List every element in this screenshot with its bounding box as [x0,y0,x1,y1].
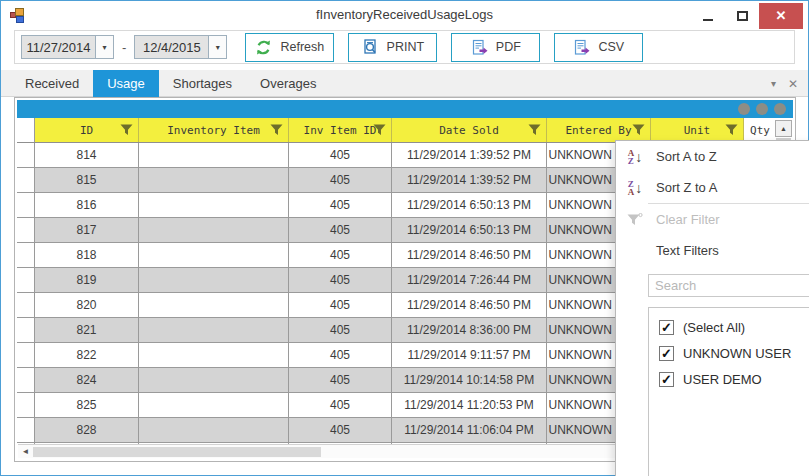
caption-bar-button[interactable] [756,103,768,115]
window-title: fInventoryReceivedUsageLogs [1,7,808,22]
row-header-cell[interactable] [17,293,35,317]
filter-funnel-icon[interactable] [270,124,283,136]
csv-export-button[interactable]: CSV [554,33,643,62]
filter-funnel-icon[interactable] [528,124,541,136]
filter-search-input[interactable] [648,274,809,297]
column-header-id[interactable]: ID [35,118,139,142]
filter-value-label: (Select All) [683,320,745,335]
row-header-cell[interactable] [17,393,35,417]
tab-usage[interactable]: Usage [93,70,159,97]
column-header-qty[interactable]: Qty [744,118,776,142]
scroll-up-button[interactable]: ▲ [775,120,792,137]
cell-date-sold: 11/29/2014 8:46:50 PM [392,293,547,317]
title-bar: fInventoryReceivedUsageLogs ✕ [1,1,808,30]
cell-inventory-item [139,343,289,367]
cell-id: 822 [35,343,139,367]
filter-funnel-icon[interactable] [120,124,133,136]
filter-funnel-icon[interactable] [632,124,645,136]
minimize-icon [703,19,713,21]
horizontal-scrollbar-thumb[interactable] [33,447,321,457]
date-from-dropdown-button[interactable]: ▾ [95,35,114,59]
date-range-separator: - [122,40,126,55]
filter-funnel-icon[interactable] [373,124,386,136]
menu-item-clear-filter[interactable]: Clear Filter [616,204,809,235]
column-header-entered-by[interactable]: Entered By [547,118,651,142]
cell-date-sold: 11/29/2014 11:06:04 PM [392,418,547,442]
menu-item-text-filters[interactable]: Text Filters [616,235,809,266]
cell-inventory-item [139,393,289,417]
row-header-cell[interactable] [17,418,35,442]
sort-za-icon: Z A ↓ [622,180,648,196]
cell-inv-item-id: 405 [289,243,392,267]
cell-date-sold: 11/29/2014 8:36:00 PM [392,318,547,342]
column-header-date-sold[interactable]: Date Sold [392,118,547,142]
close-icon: ✕ [776,8,787,23]
row-header-cell[interactable] [17,193,35,217]
filter-value-label: UNKNOWN USER [683,346,791,361]
filter-dropdown-menu: A Z ↓ Sort A to Z Z A ↓ Sort Z to A [615,140,809,476]
cell-inventory-item [139,368,289,392]
column-header-inventory-item[interactable]: Inventory Item [139,118,289,142]
app-window: fInventoryReceivedUsageLogs ✕ 11/27/2014… [0,0,809,476]
filter-values-listbox: ✓ (Select All) ✓ UNKNOWN USER ✓ USER DEM… [648,307,809,476]
cell-date-sold: 11/29/2014 1:39:52 PM [392,143,547,167]
cell-date-sold: 11/29/2014 11:20:53 PM [392,393,547,417]
filter-funnel-icon[interactable] [725,124,738,136]
cell-date-sold: 11/29/2014 8:46:50 PM [392,243,547,267]
date-to-dropdown-button[interactable]: ▾ [208,35,227,59]
tab-shortages[interactable]: Shortages [159,70,246,97]
column-header-inv-item-id[interactable]: Inv Item ID [289,118,392,142]
checkbox[interactable]: ✓ [659,346,674,361]
refresh-button-label: Refresh [280,40,324,54]
export-pdf-icon [471,39,488,56]
row-header-cell[interactable] [17,143,35,167]
menu-item-sort-z-to-a[interactable]: Z A ↓ Sort Z to A [616,172,809,203]
maximize-icon [737,11,748,21]
checkbox[interactable]: ✓ [659,320,674,335]
cell-date-sold: 11/29/2014 10:14:58 PM [392,368,547,392]
chevron-down-icon: ▾ [102,43,106,52]
caption-bar-button[interactable] [738,103,750,115]
cell-date-sold: 11/29/2014 9:11:57 PM [392,343,547,367]
minimize-button[interactable] [691,3,725,29]
column-header-unit[interactable]: Unit [651,118,744,142]
grid-caption-bar [17,100,793,118]
cell-inventory-item [139,143,289,167]
tab-received[interactable]: Received [11,70,93,97]
row-header-cell[interactable] [17,318,35,342]
cell-id: 814 [35,143,139,167]
cell-inv-item-id: 405 [289,193,392,217]
date-to-field[interactable]: 12/4/2015 [134,35,208,59]
refresh-button[interactable]: Refresh [245,33,334,62]
caption-bar-button[interactable] [774,103,786,115]
scroll-left-icon: ◄ [22,447,30,456]
cell-inv-item-id: 405 [289,168,392,192]
date-from-field[interactable]: 11/27/2014 [21,35,95,59]
checkbox[interactable]: ✓ [659,372,674,387]
cell-inv-item-id: 405 [289,343,392,367]
scroll-left-button[interactable]: ◄ [18,447,33,456]
cell-inv-item-id: 405 [289,293,392,317]
cell-id: 816 [35,193,139,217]
tab-close-icon[interactable]: ✕ [788,77,798,91]
row-header-cell[interactable] [17,368,35,392]
row-header-cell[interactable] [17,343,35,367]
row-header-cell[interactable] [17,218,35,242]
filter-value-item[interactable]: ✓ USER DEMO [649,366,809,392]
close-button[interactable]: ✕ [759,3,803,29]
maximize-button[interactable] [725,3,759,29]
row-header-cell[interactable] [17,243,35,267]
row-header-cell[interactable] [17,268,35,292]
tab-overages[interactable]: Overages [246,70,330,97]
tab-list-dropdown-icon[interactable]: ▾ [771,78,776,89]
filter-value-item[interactable]: ✓ UNKNOWN USER [649,340,809,366]
print-button[interactable]: PRINT [348,33,437,62]
cell-id: 815 [35,168,139,192]
cell-inventory-item [139,418,289,442]
refresh-icon [255,39,272,56]
row-header-cell[interactable] [17,168,35,192]
cell-inventory-item [139,243,289,267]
pdf-export-button[interactable]: PDF [451,33,540,62]
filter-value-item[interactable]: ✓ (Select All) [649,314,809,340]
menu-item-sort-a-to-z[interactable]: A Z ↓ Sort A to Z [616,141,809,172]
